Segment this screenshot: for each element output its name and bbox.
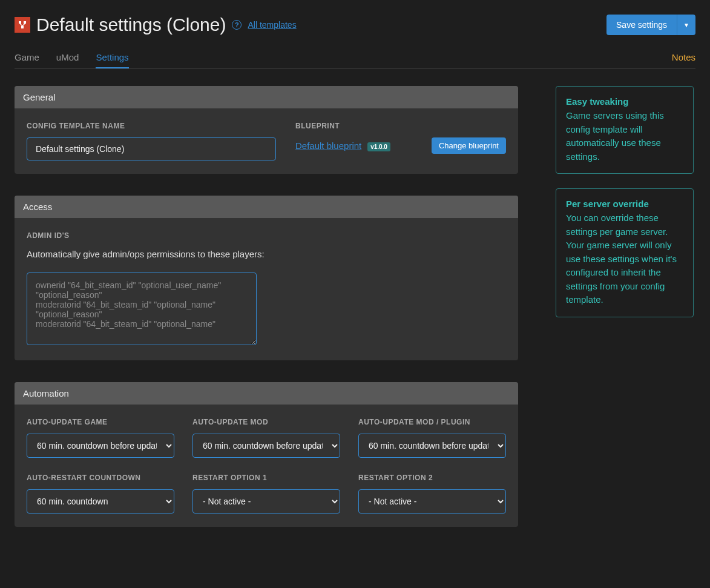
save-settings-dropdown[interactable]: ▼ (677, 15, 695, 35)
svg-line-3 (20, 24, 22, 26)
tab-settings[interactable]: Settings (96, 47, 128, 68)
sidebar-column: Easy tweaking Game servers using this co… (556, 86, 694, 549)
panel-general-body: CONFIG TEMPLATE NAME BLUEPRINT Default b… (15, 108, 518, 174)
admin-ids-label: ADMIN ID'S (27, 231, 506, 240)
app-icon (15, 17, 30, 33)
auto-update-mod-select[interactable]: 60 min. countdown before update (192, 434, 340, 458)
blueprint-label: BLUEPRINT (295, 122, 506, 130)
auto-restart-countdown-select[interactable]: 60 min. countdown (27, 489, 174, 514)
restart-option-1-label: RESTART OPTION 1 (192, 474, 340, 482)
change-blueprint-button[interactable]: Change blueprint (432, 137, 506, 154)
page-title: Default settings (Clone) (36, 15, 226, 35)
restart-option-2-select[interactable]: - Not active - (358, 489, 506, 514)
info-easy-tweaking-title: Easy tweaking (566, 96, 683, 107)
tab-notes[interactable]: Notes (672, 47, 695, 68)
panel-general-header: General (15, 86, 518, 108)
panel-access-body: ADMIN ID'S Automatically give admin/ops … (15, 218, 518, 360)
help-icon[interactable]: ? (232, 20, 242, 30)
auto-restart-countdown-label: AUTO-RESTART COUNTDOWN (27, 474, 174, 482)
info-per-server-override-body: You can override these settings per game… (566, 211, 683, 307)
blueprint-link[interactable]: Default blueprint (295, 140, 361, 151)
page-header: Default settings (Clone) ? All templates… (15, 15, 695, 35)
panel-automation: Automation AUTO-UPDATE GAME 60 min. coun… (15, 382, 518, 527)
auto-update-game-select[interactable]: 60 min. countdown before update (27, 434, 174, 458)
svg-rect-1 (24, 21, 26, 24)
save-settings-button[interactable]: Save settings (606, 15, 677, 35)
config-name-label: CONFIG TEMPLATE NAME (27, 122, 276, 130)
config-name-input[interactable] (27, 137, 276, 160)
content-area: General CONFIG TEMPLATE NAME BLUEPRINT D… (15, 86, 695, 549)
panel-access: Access ADMIN ID'S Automatically give adm… (15, 196, 518, 360)
tab-bar: Game uMod Settings Notes (15, 47, 695, 69)
panel-access-header: Access (15, 196, 518, 218)
auto-update-game-label: AUTO-UPDATE GAME (27, 418, 174, 426)
tabs-left: Game uMod Settings (15, 47, 129, 68)
restart-option-2-label: RESTART OPTION 2 (358, 474, 506, 482)
save-settings-group: Save settings ▼ (606, 15, 695, 35)
svg-rect-2 (21, 26, 24, 28)
svg-rect-0 (19, 21, 21, 24)
tab-umod[interactable]: uMod (56, 47, 79, 68)
tab-game[interactable]: Game (15, 47, 39, 68)
svg-line-4 (22, 24, 25, 26)
info-per-server-override: Per server override You can override the… (556, 188, 694, 317)
auto-update-mod-label: AUTO-UPDATE MOD (192, 418, 340, 426)
panel-automation-body: AUTO-UPDATE GAME 60 min. countdown befor… (15, 405, 518, 527)
auto-update-mod-plugin-label: AUTO-UPDATE MOD / PLUGIN (358, 418, 506, 426)
auto-update-mod-plugin-select[interactable]: 60 min. countdown before update (358, 434, 506, 458)
admin-ids-textarea[interactable] (27, 273, 257, 345)
info-easy-tweaking: Easy tweaking Game servers using this co… (556, 86, 694, 174)
header-left: Default settings (Clone) ? All templates (15, 15, 297, 35)
blueprint-version-badge: v1.0.0 (367, 142, 390, 151)
main-column: General CONFIG TEMPLATE NAME BLUEPRINT D… (15, 86, 518, 549)
info-easy-tweaking-body: Game servers using this config template … (566, 109, 683, 164)
admin-ids-description: Automatically give admin/ops permissions… (27, 247, 506, 262)
all-templates-link[interactable]: All templates (248, 20, 296, 30)
panel-automation-header: Automation (15, 382, 518, 405)
restart-option-1-select[interactable]: - Not active - (192, 489, 340, 514)
panel-general: General CONFIG TEMPLATE NAME BLUEPRINT D… (15, 86, 518, 174)
info-per-server-override-title: Per server override (566, 199, 683, 209)
